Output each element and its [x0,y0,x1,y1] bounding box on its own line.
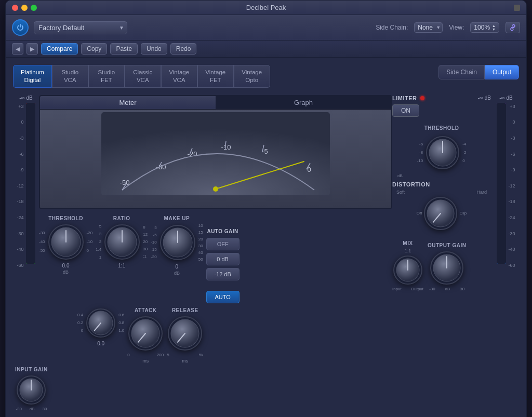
ratio-knob[interactable] [103,223,141,261]
output-meter-top-label: -∞ dB [499,95,512,101]
tab-studio-vca[interactable]: StudioVCA [52,65,88,88]
threshold-label: THRESHOLD [48,216,83,221]
zero-knob-block: 0.4 0.2 0 [77,307,124,346]
output-button[interactable]: Output [485,65,519,79]
distortion-title: DISTORTION [392,181,491,187]
distortion-off-label: Off [417,211,422,216]
nav-back-button[interactable]: ◀ [12,43,23,55]
output-gain-label: OUTPUT GAIN [428,243,466,248]
thresh-scale-50: -50 [39,248,45,253]
sidechain-wrapper: None ▼ [414,22,443,33]
undo-button[interactable]: Undo [141,43,167,55]
input-gain-max: 30 [42,407,47,411]
close-button[interactable] [12,5,18,11]
nav-forward-button[interactable]: ▶ [26,43,38,55]
maximize-button[interactable] [31,5,37,11]
tick-9: -9 [17,167,23,172]
compare-button[interactable]: Compare [41,43,78,55]
mix-knob[interactable] [392,254,423,286]
tick-40: -40 [17,247,23,252]
out-tick-3: -3 [508,136,515,141]
threshold-knob[interactable] [47,223,85,261]
view-stepper-icon[interactable]: ▲▼ [492,24,496,31]
minimize-button[interactable] [21,5,28,11]
thresh-scale-30: -30 [39,231,45,235]
threshold-value: 0.0 [62,263,70,268]
input-gain-block: INPUT GAIN -30 dB 30 [15,367,48,411]
distortion-knob[interactable] [423,196,458,231]
copy-button[interactable]: Copy [81,43,107,55]
thresh-scale-10: -10 [87,239,93,244]
output-meter-ticks: +3 0 -3 -6 -9 -12 -18 -24 -30 -40 -60 [508,103,515,269]
out-tick-12: -12 [508,183,515,189]
tab-studio-fet[interactable]: StudioFET [88,65,125,88]
power-button[interactable] [12,19,29,36]
zero-knob[interactable] [85,307,116,339]
makeup-block: MAKE UP 5 -5 -10 -15 -20 [151,216,203,276]
output-gain-knob[interactable] [429,250,464,286]
toolbar: ◀ ▶ Compare Copy Paste Undo Redo [6,41,526,58]
thresh-scale-20: -20 [87,231,93,235]
input-meter-container: +3 0 -3 -6 -9 -12 -18 -24 -30 -40 -60 [17,103,35,269]
output-gain-block: OUTPUT GAIN -30 dB [428,243,466,291]
threshold-unit: dB [63,270,69,275]
tab-classic-vca[interactable]: ClassicVCA [125,65,161,88]
main-content: PlatinumDigital StudioVCA StudioFET Clas… [6,58,526,417]
limiter-title: LIMITER [392,95,424,101]
auto-gain-12db-button[interactable]: -12 dB [206,268,240,280]
auto-gain-label: AUTO GAIN [207,228,238,234]
preset-wrapper: Factory Default ▼ [34,21,127,34]
window-controls [12,5,37,11]
expand-icon[interactable] [514,5,520,11]
tab-vintage-vca[interactable]: VintageVCA [161,65,197,88]
input-gain-min: -30 [16,407,22,411]
limiter-top-label: -∞ dB [478,95,491,101]
auto-gain-off-button[interactable]: OFF [206,238,240,250]
attack-label: ATTACK [135,307,157,313]
preset-select[interactable]: Factory Default [34,21,127,34]
tab-platinum-digital[interactable]: PlatinumDigital [13,65,52,88]
plugin-window: Decibel Peak Factory Default ▼ Side Chai… [5,0,527,417]
tick-plus3: +3 [17,104,23,109]
input-gain-label: INPUT GAIN [15,367,48,372]
limiter-panel: LIMITER -∞ dB ON THRESHOLD -6 [392,95,491,291]
window-title: Decibel Peak [246,4,286,11]
side-chain-output-buttons: Side Chain Output [438,65,519,79]
zero-knob-value: 0.0 [97,341,104,346]
limiter-led [420,96,424,100]
makeup-label: MAKE UP [164,216,190,221]
paste-button[interactable]: Paste [110,43,138,55]
tick-12: -12 [17,183,23,189]
out-tick-30: -30 [508,231,515,236]
side-chain-button[interactable]: Side Chain [438,65,485,79]
redo-button[interactable]: Redo [170,43,197,55]
limiter-on-button[interactable]: ON [392,104,419,117]
out-tick-0: 0 [508,119,515,125]
release-knob[interactable] [167,315,203,352]
distortion-knob-area: Off Clip [392,196,491,231]
out-tick-plus3: +3 [508,104,515,109]
output-gain-min: -30 [429,287,435,291]
output-meter-container: +3 0 -3 -6 -9 -12 -18 -24 -30 -40 -60 [497,103,515,269]
out-tick-60: -60 [508,263,515,268]
tab-vintage-fet[interactable]: VintageFET [197,65,234,88]
top-bar-right: Side Chain: None ▼ View: 100% ▲▼ [376,22,520,33]
attack-knob[interactable] [127,315,164,352]
link-button[interactable] [506,22,520,33]
sidechain-select[interactable]: None [414,22,443,33]
limiter-threshold-knob-area: -6 -8 -10 -4 [392,135,491,170]
tick-0: 0 [17,119,23,125]
input-gain-knob[interactable] [16,374,47,406]
out-tick-18: -18 [508,199,515,204]
distortion-soft-label: Soft [396,190,405,195]
auto-gain-0db-button[interactable]: 0 dB [206,253,240,265]
makeup-knob[interactable] [159,224,196,261]
tab-vintage-opto[interactable]: VintageOpto [234,65,270,88]
tick-24: -24 [17,215,23,220]
release-label: RELEASE [172,307,198,313]
tick-6: -6 [17,152,23,157]
auto-gain-auto-button[interactable]: AUTO [206,291,240,303]
limiter-threshold-knob[interactable] [425,135,460,170]
out-tick-9: -9 [508,167,515,172]
tick-18: -18 [17,199,23,204]
